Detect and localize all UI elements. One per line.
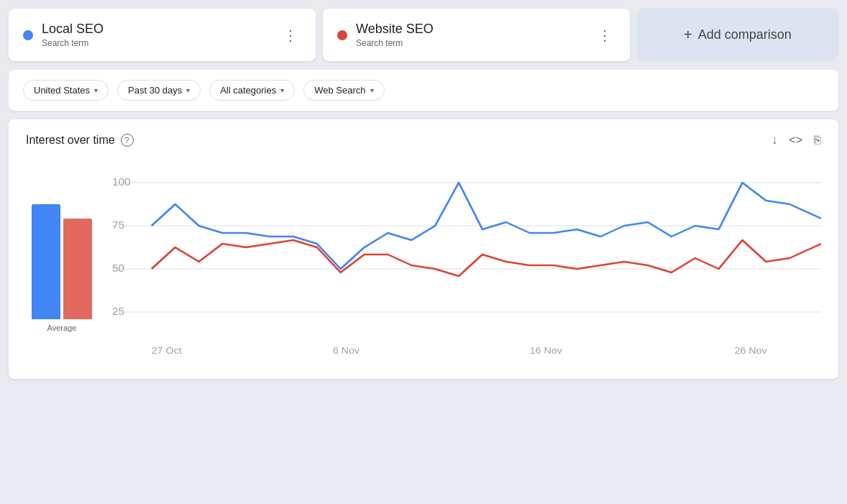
avg-bars bbox=[32, 161, 92, 319]
chart-actions: ↓ <> ⎘ bbox=[772, 134, 821, 147]
local-seo-name: Local SEO bbox=[42, 22, 104, 37]
region-chevron-icon: ▾ bbox=[94, 86, 98, 94]
local-seo-card-left: Local SEO Search term bbox=[23, 22, 104, 48]
chart-card: Interest over time ? ↓ <> ⎘ Average bbox=[9, 119, 838, 379]
line-chart-svg: 100 75 50 25 27 Oct 6 Nov 16 Nov 26 Nov bbox=[112, 161, 821, 362]
svg-text:6 Nov: 6 Nov bbox=[333, 346, 360, 356]
website-seo-card: Website SEO Search term ⋮ bbox=[323, 9, 630, 61]
category-chevron-icon: ▾ bbox=[280, 86, 284, 94]
help-icon[interactable]: ? bbox=[121, 134, 134, 147]
share-icon[interactable]: ⎘ bbox=[814, 134, 821, 147]
period-filter-label: Past 30 days bbox=[128, 85, 182, 96]
red-line bbox=[152, 240, 821, 276]
svg-text:25: 25 bbox=[112, 306, 124, 317]
chart-header: Interest over time ? ↓ <> ⎘ bbox=[26, 134, 821, 147]
period-filter[interactable]: Past 30 days ▾ bbox=[117, 80, 201, 101]
local-seo-card: Local SEO Search term ⋮ bbox=[9, 9, 316, 61]
add-icon: + bbox=[684, 27, 692, 43]
chart-title-area: Interest over time ? bbox=[26, 134, 134, 147]
website-seo-name: Website SEO bbox=[356, 22, 434, 37]
svg-text:26 Nov: 26 Nov bbox=[734, 346, 766, 356]
website-seo-info: Website SEO Search term bbox=[356, 22, 434, 48]
svg-text:27 Oct: 27 Oct bbox=[152, 346, 182, 356]
website-seo-card-left: Website SEO Search term bbox=[337, 22, 434, 48]
local-seo-sub: Search term bbox=[42, 38, 104, 48]
local-seo-info: Local SEO Search term bbox=[42, 22, 104, 48]
local-seo-dot bbox=[23, 30, 33, 40]
website-seo-more-button[interactable]: ⋮ bbox=[595, 24, 615, 47]
search-type-filter[interactable]: Web Search ▾ bbox=[303, 80, 384, 101]
category-filter[interactable]: All categories ▾ bbox=[209, 80, 295, 101]
region-filter-label: United States bbox=[34, 85, 90, 96]
local-seo-more-button[interactable]: ⋮ bbox=[280, 24, 301, 47]
category-filter-label: All categories bbox=[220, 85, 276, 96]
website-seo-sub: Search term bbox=[356, 38, 434, 48]
filter-bar: United States ▾ Past 30 days ▾ All categ… bbox=[9, 70, 838, 111]
avg-label: Average bbox=[47, 324, 77, 332]
add-comparison-button[interactable]: + Add comparison bbox=[637, 9, 838, 61]
website-seo-dot bbox=[337, 30, 347, 40]
svg-text:50: 50 bbox=[112, 263, 124, 274]
period-chevron-icon: ▾ bbox=[186, 86, 190, 94]
embed-icon[interactable]: <> bbox=[789, 134, 802, 147]
line-chart-section: 100 75 50 25 27 Oct 6 Nov 16 Nov 26 Nov bbox=[112, 161, 821, 365]
chart-body: Average 100 75 50 25 27 O bbox=[26, 161, 821, 365]
svg-text:100: 100 bbox=[112, 177, 131, 188]
top-section: Local SEO Search term ⋮ Website SEO Sear… bbox=[9, 9, 838, 61]
avg-bar-blue bbox=[32, 204, 60, 319]
region-filter[interactable]: United States ▾ bbox=[23, 80, 109, 101]
search-type-chevron-icon: ▾ bbox=[370, 86, 374, 94]
add-comparison-label: Add comparison bbox=[698, 27, 792, 42]
avg-bar-red bbox=[63, 219, 92, 319]
chart-title: Interest over time bbox=[26, 134, 115, 147]
avg-section: Average bbox=[26, 161, 112, 365]
svg-text:75: 75 bbox=[112, 220, 124, 231]
search-type-filter-label: Web Search bbox=[314, 85, 365, 96]
download-icon[interactable]: ↓ bbox=[772, 134, 777, 147]
svg-text:16 Nov: 16 Nov bbox=[530, 346, 562, 356]
